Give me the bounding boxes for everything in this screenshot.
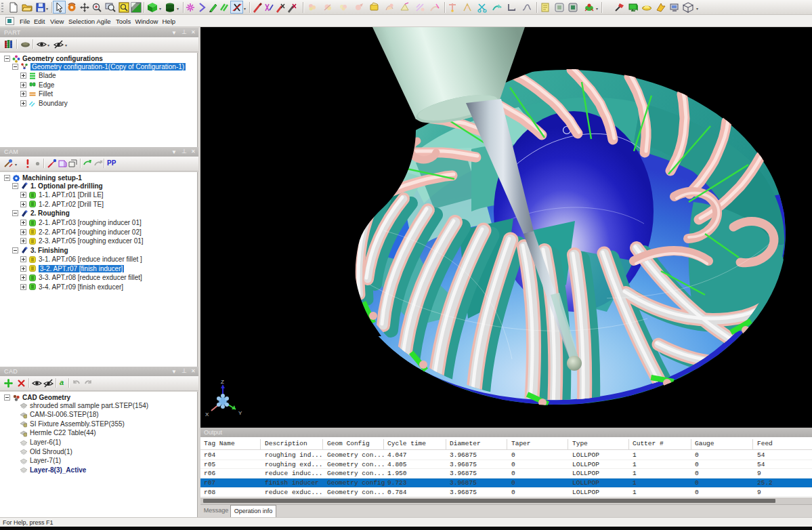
svg-text:Y: Y [238,410,242,416]
svg-text:X: X [205,411,209,417]
svg-text:Z: Z [221,379,224,385]
